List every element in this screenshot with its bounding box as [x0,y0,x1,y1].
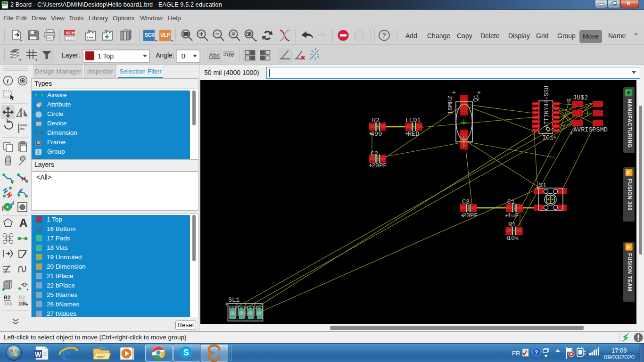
svg-text:F: F [627,245,630,250]
svg-text:GO: GO [356,33,363,38]
svg-text:16MHZ: 16MHZ [447,95,454,115]
svg-text:?: ? [535,349,538,356]
svg-text:BRD: BRD [66,36,75,41]
svg-text:i: i [7,77,9,84]
svg-text:20PF: 20PF [372,162,387,169]
svg-text:ATTINY44-SSU: ATTINY44-SSU [544,86,550,128]
svg-text:A: A [19,216,27,229]
svg-text:R2: R2 [372,117,380,124]
svg-text:4: 4 [564,206,567,211]
svg-text:e: e [61,344,71,362]
svg-text:1uF: 1uF [507,212,519,219]
svg-text:BRD: BRD [2,3,8,6]
svg-text:W: W [35,351,41,358]
svg-text:LED1: LED1 [405,117,421,124]
svg-text:JU$2: JU$2 [573,94,588,101]
svg-text:C2: C2 [371,150,378,157]
svg-text:ULP: ULP [161,33,170,38]
svg-text:IC1: IC1 [542,134,553,141]
svg-text:0: 0 [182,52,185,60]
svg-text:1 Top: 1 Top [98,52,114,60]
svg-text:FR: FR [512,350,520,357]
svg-text:499: 499 [371,131,382,138]
svg-text:SCH: SCH [66,30,75,35]
svg-text:Layer:: Layer: [62,51,80,59]
svg-text:R2: R2 [18,295,25,300]
svg-text:C1: C1 [507,198,515,206]
svg-text:Abc: Abc [209,52,220,59]
svg-text:S: S [183,348,189,357]
svg-text:Q1: Q1 [472,94,479,102]
svg-text:R2: R2 [4,295,10,300]
svg-text:S1: S1 [539,182,546,189]
svg-text:10k: 10k [4,301,13,306]
svg-text:C3: C3 [462,198,470,206]
svg-text:1: 1 [566,98,570,105]
svg-text:?: ? [382,32,386,39]
svg-text:20PF: 20PF [462,212,478,219]
svg-text:Angle:: Angle: [156,51,174,59]
svg-text:Abc: Abc [223,51,234,58]
svg-text:SCR: SCR [145,33,155,38]
svg-text:3: 3 [535,206,538,211]
svg-text:SL1: SL1 [228,296,239,304]
svg-text:10k: 10k [18,301,27,306]
svg-text:RED: RED [408,131,419,138]
svg-text:AVRISPSMD: AVRISPSMD [573,126,608,133]
svg-text:2: 2 [564,189,567,195]
svg-text:1: 1 [535,189,538,195]
svg-text:R1: R1 [508,221,516,228]
svg-text:09/03/2020: 09/03/2020 [604,354,635,361]
svg-text:17:09: 17:09 [611,347,627,354]
svg-text:F: F [627,170,630,176]
svg-text:10k: 10k [507,235,519,242]
